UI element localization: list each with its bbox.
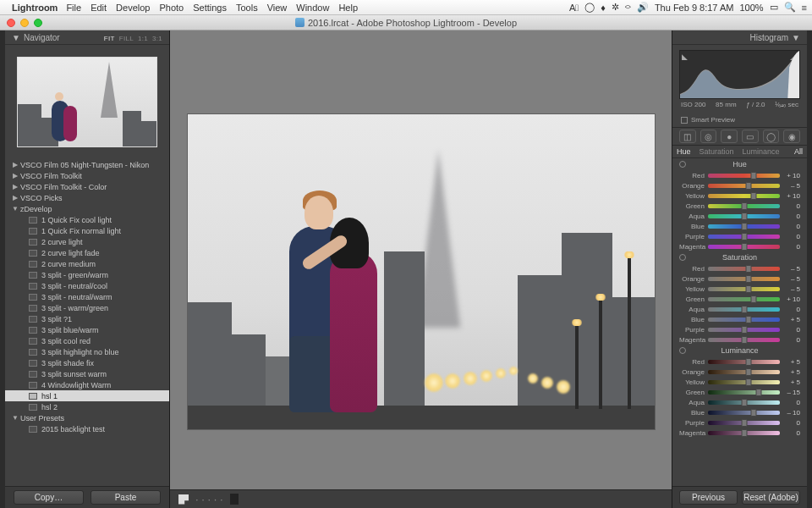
- spotlight-icon[interactable]: 🔍: [784, 2, 796, 13]
- slider-luminance-purple[interactable]: Purple0: [672, 417, 807, 428]
- slider-hue-green[interactable]: Green0: [672, 201, 807, 211]
- flag-icon[interactable]: [178, 494, 189, 505]
- slider-luminance-aqua[interactable]: Aqua0: [672, 397, 807, 407]
- paste-button[interactable]: Paste: [91, 490, 161, 505]
- slider-luminance-yellow[interactable]: Yellow+ 5: [672, 377, 807, 387]
- slider-track[interactable]: [708, 184, 780, 188]
- slider-thumb-icon[interactable]: [756, 389, 762, 396]
- slider-saturation-orange[interactable]: Orange– 5: [672, 273, 807, 284]
- slider-thumb-icon[interactable]: [746, 368, 752, 376]
- preset-item[interactable]: 2 curve light fade: [5, 247, 169, 258]
- menu-tools[interactable]: Tools: [236, 3, 258, 13]
- preset-item[interactable]: 2015 backlight test: [5, 423, 169, 434]
- disclosure-triangle-icon[interactable]: ▼: [792, 33, 800, 42]
- preset-item[interactable]: 3 split - green/warm: [5, 269, 169, 280]
- slider-track[interactable]: [708, 174, 780, 178]
- crop-tool-icon[interactable]: ◫: [679, 130, 696, 143]
- slider-saturation-yellow[interactable]: Yellow– 5: [672, 284, 807, 294]
- slider-track[interactable]: [708, 431, 780, 435]
- wifi-icon[interactable]: ⌔: [625, 3, 631, 13]
- preset-item[interactable]: 1 Quick Fix cool light: [5, 214, 169, 225]
- slider-track[interactable]: [708, 214, 780, 218]
- slider-saturation-red[interactable]: Red– 5: [672, 263, 807, 273]
- preset-item[interactable]: 2 curve light: [5, 236, 169, 247]
- preset-group[interactable]: ▼User Presets: [5, 412, 169, 423]
- close-window-icon[interactable]: [7, 19, 15, 27]
- slider-track[interactable]: [708, 370, 780, 374]
- preset-item[interactable]: hsl 2: [5, 401, 169, 412]
- grad-filter-tool-icon[interactable]: ▭: [742, 130, 759, 143]
- zoom-window-icon[interactable]: [34, 19, 42, 27]
- slider-thumb-icon[interactable]: [741, 233, 747, 240]
- slider-thumb-icon[interactable]: [741, 213, 747, 220]
- color-label-swatch[interactable]: [237, 494, 239, 505]
- bluetooth-icon[interactable]: ✲: [612, 2, 619, 13]
- slider-track[interactable]: [708, 411, 780, 415]
- nav-mode-fit[interactable]: FIT: [104, 35, 115, 42]
- preset-item[interactable]: 3 split - warm/green: [5, 302, 169, 313]
- app-menu[interactable]: Lightroom: [12, 3, 58, 13]
- slider-track[interactable]: [708, 204, 780, 208]
- slider-track[interactable]: [708, 400, 780, 405]
- slider-track[interactable]: [708, 380, 780, 384]
- radial-filter-tool-icon[interactable]: ◯: [763, 130, 780, 143]
- slider-thumb-icon[interactable]: [751, 192, 757, 200]
- slider-track[interactable]: [708, 421, 780, 425]
- slider-track[interactable]: [708, 277, 780, 281]
- slider-thumb-icon[interactable]: [746, 285, 752, 293]
- copy-button[interactable]: Copy…: [14, 490, 84, 505]
- slider-thumb-icon[interactable]: [746, 265, 752, 273]
- menu-help[interactable]: Help: [338, 3, 358, 13]
- text-tool-icon[interactable]: Aͥ: [569, 3, 579, 13]
- battery-icon[interactable]: ▭: [770, 2, 778, 13]
- slider-track[interactable]: [708, 267, 780, 271]
- preset-item[interactable]: 4 Windowlight Warm: [5, 379, 169, 390]
- volume-icon[interactable]: 🔊: [637, 2, 649, 13]
- slider-hue-magenta[interactable]: Magenta0: [672, 241, 807, 251]
- main-photo[interactable]: [188, 114, 655, 429]
- slider-saturation-purple[interactable]: Purple0: [672, 324, 807, 334]
- slider-thumb-icon[interactable]: [741, 306, 747, 313]
- preset-item[interactable]: 1 Quick Fix normal light: [5, 225, 169, 236]
- targeted-adjust-icon[interactable]: [679, 254, 686, 261]
- slider-luminance-magenta[interactable]: Magenta0: [672, 428, 807, 438]
- slider-track[interactable]: [708, 338, 780, 342]
- notifications-icon[interactable]: ≡: [802, 3, 807, 13]
- minimize-window-icon[interactable]: [20, 19, 29, 27]
- slider-hue-purple[interactable]: Purple0: [672, 231, 807, 241]
- slider-thumb-icon[interactable]: [741, 243, 747, 251]
- slider-thumb-icon[interactable]: [751, 409, 757, 417]
- reset-button[interactable]: Reset (Adobe): [742, 490, 800, 505]
- disclosure-triangle-icon[interactable]: ▼: [12, 33, 20, 42]
- slider-thumb-icon[interactable]: [746, 378, 752, 386]
- slider-thumb-icon[interactable]: [746, 182, 752, 190]
- tab-saturation[interactable]: Saturation: [695, 146, 738, 157]
- slider-track[interactable]: [708, 297, 780, 301]
- slider-track[interactable]: [708, 224, 780, 229]
- menu-edit[interactable]: Edit: [91, 3, 107, 13]
- previous-button[interactable]: Previous: [679, 490, 738, 505]
- slider-luminance-red[interactable]: Red+ 5: [672, 356, 807, 367]
- slider-luminance-blue[interactable]: Blue– 10: [672, 407, 807, 417]
- slider-track[interactable]: [708, 287, 780, 291]
- menu-window[interactable]: Window: [296, 3, 329, 13]
- menu-settings[interactable]: Settings: [193, 3, 227, 13]
- menu-view[interactable]: View: [267, 3, 288, 13]
- navigator-header[interactable]: ▼ Navigator FITFILL1:13:1: [5, 30, 169, 45]
- slider-track[interactable]: [708, 360, 780, 364]
- preset-item[interactable]: 3 split shade fix: [5, 357, 169, 368]
- histogram-graph[interactable]: ◣ ◢: [679, 50, 800, 99]
- menu-photo[interactable]: Photo: [159, 3, 184, 13]
- slider-track[interactable]: [708, 245, 780, 249]
- preset-group[interactable]: ▼zDevelop: [5, 203, 169, 214]
- slider-thumb-icon[interactable]: [741, 326, 747, 334]
- slider-track[interactable]: [708, 328, 780, 332]
- slider-track[interactable]: [708, 307, 780, 312]
- menu-develop[interactable]: Develop: [116, 3, 150, 13]
- preset-item[interactable]: 2 curve medium: [5, 258, 169, 269]
- rating-placeholder[interactable]: · · · · ·: [195, 493, 223, 505]
- preset-item[interactable]: 3 split cool red: [5, 335, 169, 346]
- slider-thumb-icon[interactable]: [741, 336, 747, 344]
- slider-thumb-icon[interactable]: [746, 316, 752, 323]
- preset-group[interactable]: ▶VSCO Picks: [5, 192, 169, 203]
